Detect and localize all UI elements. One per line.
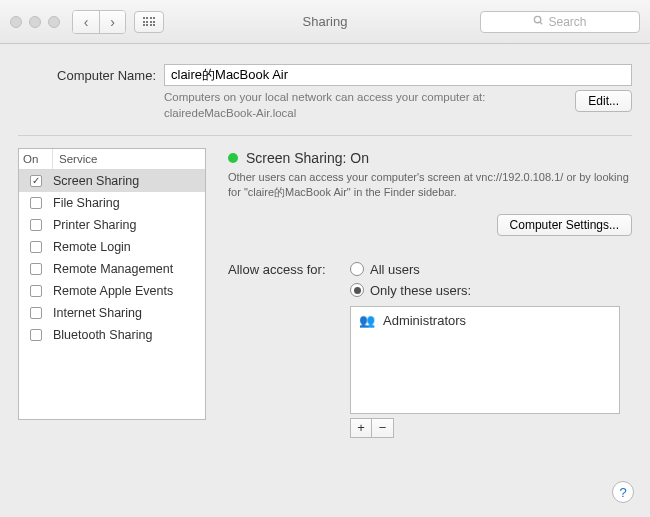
services-header-on[interactable]: On [19,149,53,169]
status-title: Screen Sharing: On [246,150,369,166]
computer-name-input[interactable] [164,64,632,86]
svg-point-0 [535,16,541,22]
service-label: Bluetooth Sharing [53,328,152,342]
service-label: Internet Sharing [53,306,142,320]
forward-button[interactable]: › [99,11,125,33]
radio-only-these-users[interactable]: Only these users: [350,283,471,298]
radio-all-users[interactable]: All users [350,262,471,277]
help-button[interactable]: ? [612,481,634,503]
service-label: Screen Sharing [53,174,139,188]
search-input[interactable]: Search [480,11,640,33]
radio-icon [350,283,364,297]
service-row[interactable]: Screen Sharing [19,170,205,192]
computer-name-subtext1: Computers on your local network can acce… [164,91,486,103]
add-user-button[interactable]: + [350,418,372,438]
service-row[interactable]: Internet Sharing [19,302,205,324]
zoom-icon[interactable] [48,16,60,28]
service-row[interactable]: Remote Login [19,236,205,258]
user-name: Administrators [383,313,466,328]
service-checkbox[interactable] [30,219,42,231]
service-checkbox[interactable] [30,241,42,253]
service-row[interactable]: Remote Apple Events [19,280,205,302]
list-item[interactable]: 👥 Administrators [351,307,619,334]
service-checkbox[interactable] [30,175,42,187]
services-header-service[interactable]: Service [53,149,205,169]
users-list[interactable]: 👥 Administrators [350,306,620,414]
computer-name-subtext2: clairedeMacBook-Air.local [164,107,296,119]
users-icon: 👥 [359,313,375,328]
allow-access-label: Allow access for: [228,262,340,298]
show-all-button[interactable] [134,11,164,33]
service-label: Remote Management [53,262,173,276]
services-table: On Service Screen SharingFile SharingPri… [18,148,206,420]
minimize-icon[interactable] [29,16,41,28]
computer-name-label: Computer Name: [18,68,156,83]
service-row[interactable]: Remote Management [19,258,205,280]
service-checkbox[interactable] [30,263,42,275]
radio-icon [350,262,364,276]
radio-all-users-label: All users [370,262,420,277]
service-label: Remote Login [53,240,131,254]
svg-line-1 [540,21,542,23]
search-icon [533,15,544,29]
status-indicator-icon [228,153,238,163]
status-description: Other users can access your computer's s… [228,170,632,200]
grid-icon [143,17,156,26]
edit-button[interactable]: Edit... [575,90,632,112]
remove-user-button[interactable]: − [372,418,394,438]
service-label: File Sharing [53,196,120,210]
service-row[interactable]: Bluetooth Sharing [19,324,205,346]
service-row[interactable]: File Sharing [19,192,205,214]
close-icon[interactable] [10,16,22,28]
radio-only-these-users-label: Only these users: [370,283,471,298]
service-row[interactable]: Printer Sharing [19,214,205,236]
service-label: Printer Sharing [53,218,136,232]
service-label: Remote Apple Events [53,284,173,298]
service-checkbox[interactable] [30,329,42,341]
search-placeholder: Search [548,15,586,29]
divider [18,135,632,136]
service-checkbox[interactable] [30,285,42,297]
computer-settings-button[interactable]: Computer Settings... [497,214,632,236]
back-button[interactable]: ‹ [73,11,99,33]
service-checkbox[interactable] [30,197,42,209]
service-checkbox[interactable] [30,307,42,319]
